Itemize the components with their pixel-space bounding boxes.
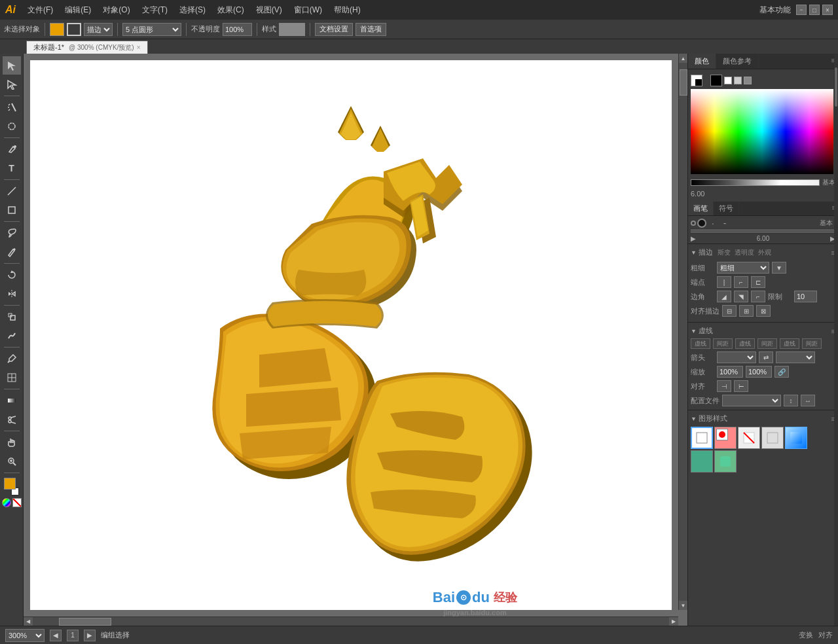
corner-btn-3[interactable]: ⌐: [751, 291, 765, 302]
dash-section-header[interactable]: ▼ 虚线 ≡: [691, 325, 835, 337]
align-btn-1[interactable]: ⊟: [722, 305, 737, 317]
limit-input[interactable]: [794, 291, 817, 302]
line-tool[interactable]: [3, 182, 21, 200]
dash-box-2[interactable]: 间距: [713, 338, 733, 349]
menu-object[interactable]: 对象(O): [98, 3, 135, 17]
panel-scroll-thumb[interactable]: [835, 67, 837, 107]
scroll-down-button[interactable]: ▼: [679, 601, 688, 610]
pen-tool[interactable]: [3, 140, 21, 158]
mesh-tool[interactable]: [3, 368, 21, 387]
align2-btn-2[interactable]: ⊢: [734, 380, 748, 392]
brush-swatch-4[interactable]: -: [720, 218, 730, 228]
menu-file[interactable]: 文件(F): [22, 3, 58, 17]
weight-select[interactable]: 粗细: [717, 262, 769, 274]
shape-style-5[interactable]: [785, 427, 807, 449]
align-btn-3[interactable]: ⊠: [756, 305, 771, 317]
scroll-right-button[interactable]: ▶: [669, 617, 678, 626]
reflect-tool[interactable]: [3, 285, 21, 303]
black-swatch[interactable]: [710, 75, 722, 86]
hscroll-thumb[interactable]: [59, 618, 111, 626]
dash-box-5[interactable]: 虚线: [780, 338, 799, 349]
cap-btn-2[interactable]: ⌐: [734, 276, 748, 288]
color-guide-tab[interactable]: 颜色参考: [716, 54, 759, 69]
scale-input-2[interactable]: [746, 366, 772, 378]
shape-style-4[interactable]: [761, 427, 784, 449]
align-btn-2[interactable]: ⊞: [739, 305, 754, 317]
selection-tool[interactable]: [3, 56, 21, 75]
document-tab[interactable]: 未标题-1* @ 300% (CMYK/预览) ×: [26, 41, 148, 54]
style-swatch[interactable]: [279, 23, 305, 36]
close-button[interactable]: ×: [822, 5, 833, 15]
gradient-tool[interactable]: [3, 391, 21, 410]
rotate-tool[interactable]: [3, 266, 21, 284]
canvas-area[interactable]: ▲ ▼ ◀ ▶ Bai ⊙ du 经验 jingyan.baidu.com: [24, 54, 687, 626]
scale-input-1[interactable]: [717, 366, 743, 378]
shape-style-header[interactable]: ▼ 图形样式 ≡: [691, 412, 835, 425]
point-shape-select[interactable]: 5 点圆形: [122, 23, 181, 36]
hand-tool[interactable]: [3, 433, 21, 452]
warp-tool[interactable]: [3, 327, 21, 345]
profile-flip-btn[interactable]: ↕: [784, 395, 798, 406]
weight-down-btn[interactable]: ▼: [772, 262, 786, 274]
brush-swatch-2[interactable]: [697, 219, 706, 228]
eyedropper-tool[interactable]: [3, 349, 21, 368]
lasso-tool[interactable]: [3, 117, 21, 135]
brush-swatch-3[interactable]: ·: [708, 218, 718, 228]
scale-tool[interactable]: [3, 308, 21, 326]
arrow-start-select[interactable]: [717, 351, 756, 363]
shape-style-7[interactable]: [714, 450, 737, 473]
stroke-style-select[interactable]: 描边: [84, 23, 113, 36]
menu-window[interactable]: 窗口(W): [289, 3, 327, 17]
page-next-button[interactable]: ▶: [84, 630, 96, 641]
fill-swatch[interactable]: [4, 478, 16, 490]
transform-tab[interactable]: 斯变: [718, 248, 731, 257]
align2-btn-1[interactable]: ⊣: [717, 380, 731, 392]
menu-effect[interactable]: 效果(C): [212, 3, 249, 17]
stroke-color-swatch[interactable]: [67, 23, 81, 36]
magic-wand-tool[interactable]: [3, 98, 21, 116]
pencil-tool[interactable]: [3, 243, 21, 261]
page-prev-button[interactable]: ◀: [50, 630, 62, 641]
scroll-thumb[interactable]: [680, 69, 687, 96]
dash-box-1[interactable]: 虚线: [691, 338, 710, 349]
color-btn[interactable]: [2, 498, 11, 507]
menu-text[interactable]: 文字(T): [137, 3, 173, 17]
color-spectrum[interactable]: [691, 89, 833, 174]
prefs-button[interactable]: 首选项: [355, 23, 386, 36]
transparency-tab[interactable]: 透明度: [735, 248, 754, 257]
foreground-swatch[interactable]: [691, 75, 702, 86]
profile-flip2-btn[interactable]: ↔: [801, 395, 815, 406]
dash-box-3[interactable]: 虚线: [735, 338, 755, 349]
arrow-swap-btn[interactable]: ⇄: [759, 351, 773, 363]
type-tool[interactable]: T: [3, 159, 21, 177]
menu-edit[interactable]: 编辑(E): [60, 3, 96, 17]
doc-setup-button[interactable]: 文档设置: [315, 23, 353, 36]
shape-tool[interactable]: [3, 201, 21, 219]
menu-select[interactable]: 选择(S): [174, 3, 211, 17]
zoom-select[interactable]: 300%: [5, 629, 45, 642]
zoom-tool[interactable]: [3, 452, 21, 471]
paintbrush-tool[interactable]: [3, 224, 21, 242]
brush-swatch-1[interactable]: [691, 221, 696, 226]
brush-tab[interactable]: 画笔: [688, 202, 714, 215]
corner-btn-2[interactable]: ◥: [734, 291, 748, 302]
mini-swatch-1[interactable]: [724, 77, 732, 84]
menu-view[interactable]: 视图(V): [251, 3, 287, 17]
color-tab[interactable]: 颜色: [688, 54, 716, 69]
fill-color-swatch[interactable]: [50, 23, 64, 36]
mini-swatch-3[interactable]: [744, 77, 752, 84]
shape-style-1[interactable]: [691, 427, 713, 449]
none-btn[interactable]: [12, 498, 22, 507]
stroke-section-header[interactable]: ▼ 描边 斯变 透明度 外观 ≡: [691, 246, 835, 259]
profile-select[interactable]: [722, 395, 781, 406]
cap-btn-1[interactable]: |: [717, 276, 731, 288]
scissors-tool[interactable]: [3, 410, 21, 429]
shape-style-3[interactable]: [738, 427, 760, 449]
tab-close-button[interactable]: ×: [137, 44, 141, 51]
shape-style-2[interactable]: [714, 427, 737, 449]
scroll-up-button[interactable]: ▲: [679, 54, 688, 63]
cap-btn-3[interactable]: ⊏: [751, 276, 765, 288]
appearance-tab[interactable]: 外观: [758, 248, 771, 257]
shape-style-6[interactable]: [691, 450, 713, 473]
transform-label[interactable]: 变换: [799, 630, 813, 640]
